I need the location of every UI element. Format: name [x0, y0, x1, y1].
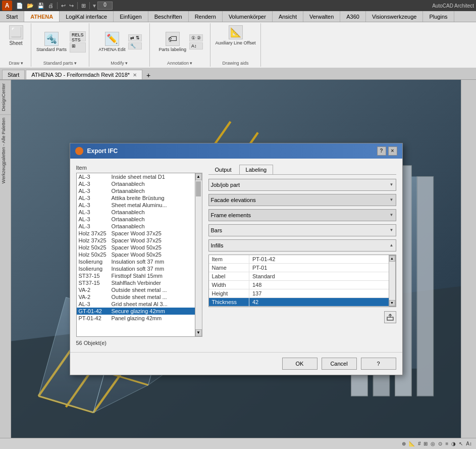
list-item[interactable]: VA-2Outside sheet metal ...	[77, 286, 195, 293]
app-icon[interactable]: A	[2, 1, 12, 11]
prop-row-width[interactable]: Width 148	[209, 280, 389, 289]
frame-dropdown[interactable]: Frame elements ▼	[208, 209, 396, 221]
workspace-btn[interactable]: ⊞	[80, 2, 87, 10]
cancel-button[interactable]: Cancel	[322, 358, 357, 370]
doc-tab-close[interactable]: ✕	[133, 72, 137, 78]
tab-plugins[interactable]: Plugins	[423, 11, 454, 22]
tab-athena[interactable]: ATHENA	[24, 11, 60, 22]
small-btn-2[interactable]: ⊞	[70, 42, 86, 53]
selection-btn[interactable]: ↖	[459, 441, 463, 446]
tab-verwalten[interactable]: Verwalten	[303, 11, 340, 22]
bars-dropdown[interactable]: Bars ▼	[208, 224, 396, 236]
snap-toggle[interactable]: ⊙	[438, 441, 442, 446]
help-button[interactable]: ?	[361, 358, 396, 370]
print-btn[interactable]: 🖨	[46, 2, 55, 9]
list-scrollbar[interactable]: ▲ ▼	[195, 173, 202, 337]
list-item[interactable]: AL-3Ortaanablech	[77, 209, 195, 216]
infills-dropdown[interactable]: Infills ▲	[208, 239, 396, 252]
list-item[interactable]: AL-3Ortaanablech	[77, 223, 195, 230]
job-dropdown[interactable]: Job/job part ▼	[208, 179, 396, 191]
sheet-btn[interactable]: ⬜ Sheet	[7, 24, 25, 47]
open-btn[interactable]: 📂	[25, 2, 35, 10]
tab-logikal[interactable]: LogiKal interface	[60, 11, 114, 22]
output-tab[interactable]: Output	[208, 165, 238, 174]
tab-a360[interactable]: A360	[340, 11, 366, 22]
lineweight-btn[interactable]: ≡	[445, 441, 448, 446]
list-item[interactable]: AL-3Attika breite Brüstung	[77, 194, 195, 202]
list-item[interactable]: Holz 37x25Spacer Wood 37x25	[77, 237, 195, 244]
dialog-help-btn[interactable]: ?	[377, 146, 386, 156]
list-item[interactable]: ST37-15Stahlflach Verbinder	[77, 279, 195, 286]
prop-row-name[interactable]: Name PT-01	[209, 263, 389, 272]
list-item[interactable]: AL-3Sheet metal Aluminu...	[77, 202, 195, 209]
list-item[interactable]: Holz 37x25Spacer Wood 37x25	[77, 230, 195, 237]
athena-edit-btn[interactable]: ✏️ ATHENA Edit	[96, 31, 127, 53]
tab-start[interactable]: Start	[0, 11, 24, 22]
sidebar-left: DesignCenter Werkzeugpaletten - Alle Pal…	[0, 80, 11, 438]
new-btn[interactable]: 📄	[15, 2, 25, 10]
scroll-up-btn[interactable]: ▲	[195, 173, 202, 180]
tool-palettes-label[interactable]: Werkzeugpaletten - Alle Paletten	[0, 114, 11, 186]
list-item[interactable]: IsolierungInsulation soft 37 mm	[77, 265, 195, 272]
scroll-down-btn[interactable]: ▼	[195, 329, 202, 336]
ann-small-1[interactable]: ① ②	[189, 34, 203, 41]
props-scroll-down[interactable]: ▼	[389, 300, 395, 306]
ok-button[interactable]: OK	[282, 358, 318, 370]
tab-vision[interactable]: Visionswerkzeuge	[366, 11, 423, 22]
list-item[interactable]: AL-3Grid sheet metal Al 3...	[77, 301, 195, 308]
grid-btn[interactable]: #	[418, 441, 421, 446]
save-btn[interactable]: 💾	[36, 2, 46, 10]
list-item[interactable]: VA-2Outside sheet metal ...	[77, 293, 195, 301]
doc-tab-start[interactable]: Start	[2, 70, 25, 79]
list-item[interactable]: AL-3Ortaanablech	[77, 187, 195, 194]
tab-rendern[interactable]: Rendern	[189, 11, 223, 22]
tab-volumenkoerper[interactable]: Volumenkörper	[223, 11, 273, 22]
labeling-tab[interactable]: Labeling	[239, 165, 274, 174]
dialog-close-btn[interactable]: ×	[388, 146, 397, 156]
standard-parts-btn[interactable]: 🔩 Standard Parts	[34, 31, 69, 53]
ann-small-2[interactable]: A↕	[189, 42, 203, 49]
list-item-selected[interactable]: GT-01-42Secure glazing 42mm	[77, 308, 195, 315]
parts-labeling-btn[interactable]: 🏷 Parts labeling	[157, 31, 189, 53]
list-item[interactable]: PT-01-42Panel glazing 42mm	[77, 315, 195, 322]
list-item[interactable]: ST37-15Firsttopf Stahl 15mm	[77, 272, 195, 279]
anno-scale[interactable]: A↕	[466, 441, 472, 446]
facade-dropdown[interactable]: Facade elevations ▼	[208, 194, 396, 206]
prop-row-height[interactable]: Height 137	[209, 289, 389, 297]
list-item[interactable]: Holz 50x25Spacer Wood 50x25	[77, 251, 195, 258]
export-icon-btn[interactable]	[384, 311, 396, 323]
tab-einfuegen[interactable]: Einfügen	[114, 11, 148, 22]
props-scrollbar[interactable]: ▲ ▼	[389, 255, 396, 307]
doc-tab-add[interactable]: +	[143, 71, 153, 79]
undo-btn[interactable]: ↩	[60, 2, 67, 10]
redo-btn[interactable]: ↪	[68, 2, 75, 10]
snap-btn[interactable]: 📐	[409, 441, 415, 446]
prop-row-item[interactable]: Item PT-01-42	[209, 255, 389, 264]
prop-row-label[interactable]: Label Standard	[209, 272, 389, 280]
props-scroll-up[interactable]: ▲	[389, 256, 395, 262]
canvas-area[interactable]: Export IFC ? × Item AL-3In	[11, 80, 461, 438]
prop-val-height: 137	[249, 289, 389, 297]
sheet-icon: ⬜	[9, 25, 23, 39]
transparency-btn[interactable]: ◑	[451, 441, 456, 446]
tab-beschriften[interactable]: Beschriften	[148, 11, 189, 22]
ortho-btn[interactable]: ⊞	[424, 441, 428, 446]
prop-row-thickness[interactable]: Thickness 42	[209, 297, 389, 306]
layer-dropdown[interactable]: ▼	[92, 3, 97, 9]
list-item[interactable]: IsolierungInsulation soft 37 mm	[77, 258, 195, 265]
doc-tab-athena[interactable]: ATHENA 3D - Freiformdach Revit 2018* ✕	[26, 70, 142, 79]
small-btn-1[interactable]: RELSSTS	[70, 31, 86, 41]
item-list[interactable]: AL-3Inside sheet metal D1 AL-3Ortaanable…	[76, 173, 195, 337]
list-item[interactable]: AL-3Ortaanablech	[77, 180, 195, 187]
layer-input[interactable]: 0	[97, 2, 113, 10]
edit-small-2[interactable]: 🔧	[128, 42, 142, 49]
tab-ansicht[interactable]: Ansicht	[273, 11, 303, 22]
polar-btn[interactable]: ◎	[431, 441, 435, 446]
scroll-thumb[interactable]	[196, 181, 201, 196]
list-item[interactable]: AL-3Inside sheet metal D1	[77, 173, 195, 180]
list-item[interactable]: Holz 50x25Spacer Wood 50x25	[77, 244, 195, 251]
design-center-label[interactable]: DesignCenter	[0, 80, 11, 114]
list-item[interactable]: AL-3Ortaanablech	[77, 216, 195, 223]
auxiliary-line-btn[interactable]: 📐 Auxiliary Line Offset	[214, 24, 258, 46]
edit-small-1[interactable]: ⇄ ⇅	[128, 34, 142, 41]
